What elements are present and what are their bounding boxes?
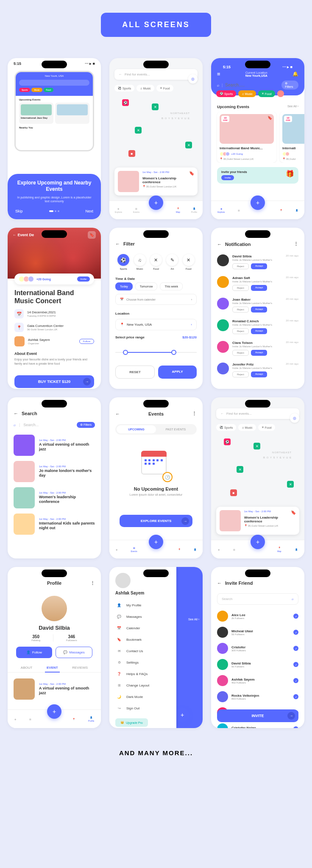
back-button[interactable]: ← [217, 242, 222, 247]
nav-map[interactable]: 📍Map [277, 547, 281, 553]
nav-profile[interactable]: 👤Profile [88, 716, 94, 722]
nav-explore[interactable]: ◉ [116, 548, 117, 551]
check-icon[interactable]: ✓ [293, 726, 298, 728]
nav-profile[interactable]: 👤 [295, 209, 298, 212]
nav-events[interactable]: ▦Events [133, 207, 139, 213]
accept-button[interactable]: Accept [251, 350, 267, 356]
map-pin[interactable]: ⚽ [224, 438, 231, 445]
accept-button[interactable]: Accept [251, 307, 267, 313]
more-icon[interactable]: ⋮ [90, 581, 95, 586]
follow-button[interactable]: Follow [79, 339, 94, 344]
chip-sports[interactable]: ⚽ Sports [216, 424, 236, 431]
nav-profile[interactable]: 👤 [295, 548, 298, 551]
nav-map[interactable]: 📍 [72, 718, 75, 720]
friend-item[interactable]: Ashfak Sayem402 Follwers ✓ [211, 673, 304, 689]
map-pin[interactable]: ■ [128, 150, 135, 157]
back-button[interactable]: ← [14, 411, 18, 416]
location-picker[interactable]: 📍New Yourk, USA› [115, 319, 197, 330]
chip-music[interactable]: ♫ Music [238, 424, 256, 431]
event-card[interactable]: 1st May - Sat - 2:00 PM🔖 Women's Leaders… [114, 167, 198, 195]
fab-add[interactable]: + [149, 535, 163, 549]
reject-button[interactable]: Reject [232, 263, 249, 269]
search-input[interactable]: ←Find for events... [114, 69, 198, 80]
messages-button[interactable]: 💬 Massages [56, 647, 92, 658]
menu-icon[interactable]: ≡ [217, 71, 220, 77]
fab-add[interactable]: + [251, 535, 265, 549]
fab-add[interactable]: + [251, 195, 265, 210]
menu-item[interactable]: ✉Contact Us [115, 645, 170, 657]
tab-past[interactable]: PAST EVENTS [156, 425, 195, 433]
menu-item[interactable]: ❓Helps & FAQs [115, 668, 170, 680]
nav-events[interactable]: ▦ [238, 209, 240, 212]
map-pin[interactable]: ■ [230, 489, 237, 496]
nav-explore[interactable]: ◉Explore [115, 207, 122, 213]
price-slider[interactable] [115, 346, 197, 359]
check-icon[interactable]: ✓ [293, 630, 298, 635]
reset-button[interactable]: RESET [115, 366, 155, 379]
chip-food[interactable]: ✕ Food [258, 424, 275, 431]
nav-explore[interactable]: ◉ [14, 718, 16, 720]
back-button[interactable]: ← [115, 241, 120, 246]
tab-reviews[interactable]: REVIEWS [70, 663, 89, 672]
invite-button[interactable]: Invite [221, 175, 234, 180]
locate-button[interactable]: ◎ [290, 413, 299, 423]
tab-event[interactable]: EVENT [45, 663, 60, 672]
fab-add[interactable]: + [149, 195, 163, 210]
map-pin[interactable]: ⚽ [122, 99, 129, 106]
category-art[interactable]: ✎Art [166, 254, 178, 270]
map-pin[interactable]: ✕ [185, 142, 192, 148]
nav-map[interactable]: 📍 [280, 209, 282, 212]
locate-button[interactable]: ◎ [188, 74, 198, 84]
nav-profile[interactable]: 👤 [194, 548, 196, 551]
menu-item[interactable]: 📅Calender [115, 622, 170, 634]
menu-item[interactable]: 🌙Dark Mode [115, 691, 170, 703]
nav-events[interactable]: ▦Events [131, 547, 137, 553]
reject-button[interactable]: Reject [232, 328, 249, 334]
chip-music[interactable]: ♫ Music [136, 85, 154, 92]
menu-item[interactable]: 👤My Profile [115, 600, 170, 611]
friend-item[interactable]: Alex Lee2k Follwers ✓ [211, 608, 304, 624]
search-result[interactable]: 1st May - Sat - 2:00 PMInternational Kid… [8, 511, 101, 537]
skip-button[interactable]: Skip [15, 209, 23, 213]
filters-button[interactable]: ⚙ Filters [281, 81, 298, 89]
event-card[interactable]: 1st May - Sat - 2:00 PM🔖 Women's Leaders… [216, 507, 299, 535]
see-all-link[interactable]: See All › [287, 105, 298, 109]
buy-ticket-button[interactable]: BUY TICKET $120→ [14, 375, 94, 388]
bell-icon[interactable]: 🔔 [292, 71, 298, 77]
reject-button[interactable]: Reject [232, 350, 249, 356]
chip-music[interactable]: ♫ Music [238, 90, 256, 97]
event-card[interactable]: 10JUNE Internati 📍 35,Guild [280, 112, 304, 163]
invite-button[interactable]: Invite [77, 276, 90, 282]
upgrade-button[interactable]: 👑 Upgrade Pro [115, 718, 148, 727]
next-button[interactable]: Next [85, 209, 93, 213]
bookmark-icon[interactable]: 🔖 [189, 171, 194, 176]
calendar-picker[interactable]: 📅Choose from calender› [115, 294, 197, 305]
more-icon[interactable]: ⋮ [192, 411, 197, 416]
menu-item[interactable]: ↪Sign Out [115, 703, 170, 714]
check-icon[interactable]: ✓ [293, 662, 298, 667]
category-sports[interactable]: ⚽Sports [117, 254, 129, 270]
pill-tomorrow[interactable]: Tomorrow [135, 282, 158, 290]
back-button[interactable]: ← Event De [13, 233, 34, 237]
reject-button[interactable]: Reject [232, 371, 249, 377]
pill-today[interactable]: Today [115, 282, 133, 290]
invite-button[interactable]: INVITE→ [217, 709, 298, 722]
check-icon[interactable]: ✓ [293, 694, 298, 699]
bookmark-icon[interactable]: 🔖 [291, 510, 296, 515]
chip-sports[interactable]: ⚽ Sports [216, 90, 236, 97]
fab-add[interactable]: + [47, 704, 61, 719]
map-pin[interactable]: ✕ [152, 103, 159, 110]
chip-food[interactable]: ✕ Food [156, 85, 173, 92]
search-input[interactable] [225, 83, 279, 87]
friend-item[interactable]: Cristofer300 Follwers ✓ [211, 640, 304, 656]
accept-button[interactable]: Accept [251, 328, 267, 334]
bookmark-icon[interactable]: 🔖 [88, 231, 96, 239]
check-icon[interactable]: ✓ [293, 646, 298, 651]
explore-button[interactable]: EXPLORE EVENTS→ [120, 515, 192, 527]
nav-explore[interactable]: ◉Explore [217, 207, 225, 213]
search-input[interactable]: Search... [23, 423, 73, 427]
friend-item[interactable]: David Silbia5k Follwers ✓ [211, 656, 304, 673]
category-food2[interactable]: ✕Food [183, 254, 195, 270]
menu-item[interactable]: 🔖Bookmark [115, 634, 170, 645]
apply-button[interactable]: APPLY [158, 366, 197, 379]
